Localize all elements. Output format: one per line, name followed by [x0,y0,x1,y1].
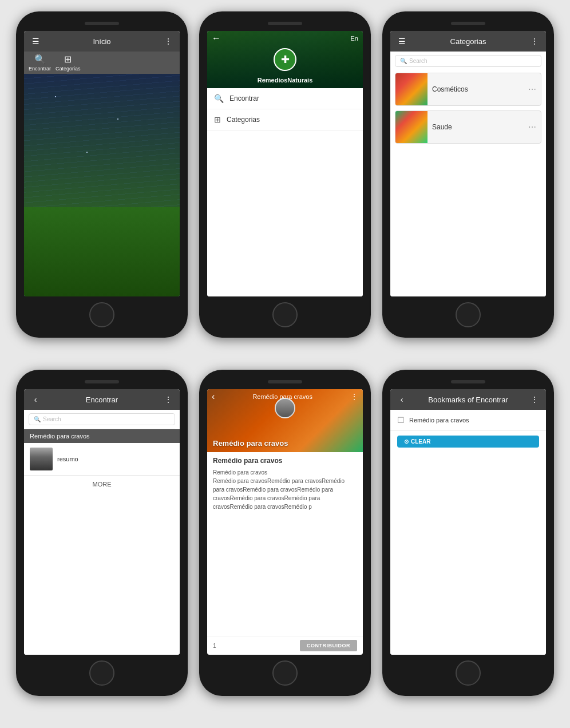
app-title-encontrar: Encontrar [42,395,161,404]
app-logo: ✚ [274,48,296,71]
search-placeholder4: Search [43,416,61,422]
more-icon4[interactable]: ⋮ [161,393,175,406]
phone-menu: ✚ RemediosNaturais ← En 🔍 Encontrar ⊞ Ca… [199,11,371,338]
category-cosmeticos[interactable]: Cosméticos ⋯ [395,73,541,106]
menu-item-encontrar[interactable]: 🔍 Encontrar [207,88,363,109]
more-icon5[interactable]: ⋮ [350,392,358,401]
phone-encontrar: ‹ Encontrar ⋮ 🔍 Search Remédio para crav… [16,370,188,696]
menu-item-categorias[interactable]: ⊞ Categorias [207,109,363,130]
phone-screen-encontrar: ‹ Encontrar ⋮ 🔍 Search Remédio para crav… [24,389,180,655]
clear-btn[interactable]: ⊙ CLEAR [397,436,539,448]
remedio-content-title: Remédio para cravos [213,457,357,465]
encontrar-search-bar[interactable]: 🔍 Search [29,413,175,425]
back-icon4[interactable]: ‹ [29,393,42,406]
home-button3[interactable] [456,302,481,327]
bookmark-icon: ☐ [397,416,405,425]
more-icon[interactable]: ⋮ [161,34,175,48]
menu-categorias-label: Categorias [227,116,260,124]
encontrar-empty-space [24,492,180,655]
back-icon6[interactable]: ‹ [395,393,409,406]
cosmeticos-thumb [395,73,428,105]
remedio-footer: 1 CONTRIBUIDOR [207,636,363,655]
more-icon3[interactable]: ⋮ [528,34,541,48]
phone-bookmarks: ‹ Bookmarks of Encontrar ⋮ ☐ Remédio par… [382,370,554,696]
back-btn2[interactable]: ← [212,33,221,43]
search-icon: 🔍 [34,54,46,65]
result-label4: resumo [57,456,78,462]
search-icon3: 🔍 [400,58,407,64]
phone-screen-bookmarks: ‹ Bookmarks of Encontrar ⋮ ☐ Remédio par… [390,389,546,655]
phone-speaker3 [451,22,485,25]
clear-icon: ⊙ [404,438,409,445]
bookmark-label: Remédio para cravos [409,417,469,424]
app-bar-bookmarks: ‹ Bookmarks of Encontrar ⋮ [390,389,546,410]
remedio-content-text: Remédio para cravosRemédio para cravosRe… [213,468,357,511]
brand-name: RemediosNaturais [207,77,363,84]
remedio-header: Remédio para cravos ‹ Remédio para cravo… [207,389,363,452]
result-thumb-img4 [30,448,53,470]
inicio-background [24,74,180,296]
app-bar-categorias: ☰ Categorias ⋮ [390,31,546,52]
more-btn4[interactable]: MORE [24,476,180,492]
cosmeticos-name: Cosméticos [432,85,519,93]
phone-screen-categorias: ☰ Categorias ⋮ 🔍 Search Cosméticos ⋯ S [390,31,546,296]
star2 [117,118,118,120]
categorias-btn[interactable]: ⊞ Categorias [56,54,81,72]
menu-header-image: ✚ RemediosNaturais ← En [207,31,363,88]
categorias-search-bar[interactable]: 🔍 Search [395,55,541,67]
categorias-empty-space [390,146,546,296]
bookmarks-empty-space [390,452,546,655]
bookmark-item-remedio[interactable]: ☐ Remédio para cravos [390,410,546,431]
phone-screen-menu: ✚ RemediosNaturais ← En 🔍 Encontrar ⊞ Ca… [207,31,363,296]
phone-inicio: ☰ Início ⋮ 🔍 Encontrar ⊞ Categorias [16,11,188,338]
app-bar-encontrar: ‹ Encontrar ⋮ [24,389,180,410]
category-saude[interactable]: Saude ⋯ [395,110,541,144]
categorias-label: Categorias [56,66,81,72]
phone-speaker4 [85,380,119,383]
clear-label: CLEAR [411,438,430,445]
home-button6[interactable] [456,660,481,686]
nav-label: En [351,35,358,42]
phone-speaker [85,22,119,25]
phone-categorias: ☰ Categorias ⋮ 🔍 Search Cosméticos ⋯ S [382,11,554,338]
home-button5[interactable] [272,660,298,686]
result-item4[interactable]: resumo [24,443,180,476]
remedio-content: Remédio para cravos Remédio para cravosR… [207,452,363,636]
grid-icon: ⊞ [64,54,72,65]
cosmeticos-info: Cosméticos [428,81,524,98]
app-title-bookmarks: Bookmarks of Encontrar [409,395,528,404]
saude-name: Saude [432,123,519,131]
search-icon2: 🔍 [214,94,224,103]
result-header4: Remédio para cravos [24,429,180,443]
menu-icon3[interactable]: ☰ [395,34,409,48]
more-icon6[interactable]: ⋮ [528,393,541,406]
menu-list: 🔍 Encontrar ⊞ Categorias [207,88,363,296]
menu-icon[interactable]: ☰ [29,34,42,48]
star1 [55,96,56,97]
cosmeticos-more-icon[interactable]: ⋯ [524,80,541,98]
saude-more-icon[interactable]: ⋯ [524,118,541,136]
app-title-inicio: Início [42,37,161,46]
home-button[interactable] [89,302,114,327]
phone-speaker5 [268,380,302,383]
inicio-toolbar: 🔍 Encontrar ⊞ Categorias [24,52,180,74]
remedio-nav-bar: ‹ Remédio para cravos ⋮ [207,389,363,404]
app-title-categorias: Categorias [409,37,528,46]
saude-thumb [395,111,428,143]
grid-icon2: ⊞ [214,115,221,124]
saude-info: Saude [428,118,524,136]
phone-speaker6 [451,380,485,383]
nav-bar-overlay: ← En [207,31,363,46]
search-icon4: 🔍 [34,416,41,422]
page-num: 1 [213,643,216,649]
contribuir-btn[interactable]: CONTRIBUIDOR [300,640,357,651]
encontrar-btn[interactable]: 🔍 Encontrar [29,54,51,72]
search-placeholder3: Search [409,58,428,64]
encontrar-label: Encontrar [29,66,51,72]
phone-speaker2 [268,22,302,25]
star3 [86,152,88,153]
grass-bg [24,207,180,296]
result-thumb4 [30,448,53,470]
home-button4[interactable] [89,660,114,686]
home-button2[interactable] [272,302,298,327]
